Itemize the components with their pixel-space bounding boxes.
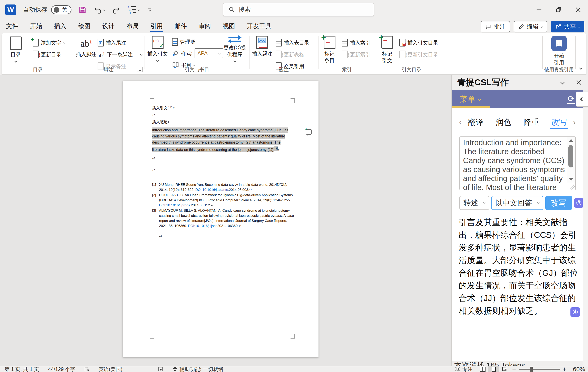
tabs-next-arrow[interactable]: › [573,118,576,127]
panel-tab-bar: ‹ 翻译 润色 降重 改写 › [452,116,583,129]
group-table-of-authorities: + − 标记引文 ▣ 插入引文目录 更新引文目录 引文目录 [377,35,447,74]
read-mode-button[interactable] [477,366,488,372]
insert-table-of-figures-button[interactable]: 插入表目录 [276,38,309,48]
chevron-down-icon[interactable] [138,9,140,11]
quick-access-overflow-button[interactable] [147,7,153,13]
panel-tab-polish[interactable]: 润色 [496,115,511,129]
resize-handle-icon[interactable] [570,185,575,190]
panel-close-icon[interactable] [575,79,582,86]
tabs-prev-arrow[interactable]: ‹ [459,118,462,127]
minimize-button[interactable] [529,0,549,19]
tab-home[interactable]: 开始 [24,19,48,33]
tab-references[interactable]: 引用 [145,19,169,33]
accessibility-indicator[interactable]: 辅助功能: 一切就绪 [168,366,228,372]
document-workspace: 插入引文[1,2]↵ ↵ 插入笔记↵ Introduction and impo… [0,75,451,366]
close-icon [575,6,582,13]
editing-mode-button[interactable]: 编辑 [514,21,547,32]
tab-design[interactable]: 设计 [96,19,120,33]
insert-endnote-button[interactable]: 插入尾注 [98,38,126,48]
page-indicator[interactable]: 第 1 页, 共 1 页 [0,366,43,372]
tab-developer[interactable]: 开发工具 [241,19,277,33]
next-footnote-button[interactable]: ab1 下一条脚注 [98,50,142,59]
spellcheck-indicator[interactable] [80,366,94,372]
chevron-down-icon[interactable] [103,9,105,11]
panel-collapse-chevron-icon[interactable] [560,80,565,84]
mark-citation-icon: + − [381,36,393,49]
add-text-button[interactable]: 添加文字 [33,38,65,48]
close-button[interactable] [568,0,588,19]
multilevel-list-button[interactable]: 1ai [127,5,140,14]
tab-file[interactable]: 文件 [0,19,24,33]
zoom-out-button[interactable]: − [512,365,516,372]
word-count-indicator[interactable]: 44/129 个字 [43,366,80,372]
redo-button[interactable] [112,6,120,14]
web-layout-button[interactable] [499,366,510,372]
document-content[interactable]: 插入引文[1,2]↵ ↵ 插入笔记↵ Introduction and impo… [152,104,295,239]
scroll-down-arrow-icon[interactable] [569,178,573,181]
refresh-icon[interactable]: ⟳ [567,94,575,104]
panel-tab-translate[interactable]: 翻译 [468,115,483,129]
tab-layout[interactable]: 布局 [120,19,145,33]
print-layout-button[interactable] [488,366,499,372]
search-box[interactable]: 搜索 [223,3,374,16]
mark-entry-button[interactable]: + − 标记条目 [320,36,339,64]
footnotes-dialog-launcher-icon[interactable] [137,67,143,72]
zoom-in-button[interactable]: + [562,365,566,372]
style-dropdown[interactable]: APA [195,48,223,58]
macro-record-indicator[interactable] [154,366,168,372]
doi-link[interactable]: DOI:10.1016/j.tplants [195,188,228,192]
scrollbar-thumb[interactable] [568,145,573,167]
change-provider-button[interactable]: 更改(C)提供程序 [222,36,247,62]
word-logo-icon[interactable]: W [5,4,16,15]
document-page[interactable]: 插入引文[1,2]↵ ↵ 插入笔记↵ Introduction and impo… [123,81,318,357]
language-select[interactable]: 以中文回答 [491,196,543,210]
panel-side-collapse-button[interactable] [576,91,588,107]
insert-toa-button[interactable]: ▣ 插入引文目录 [399,38,438,48]
style-label: 样式: [181,50,192,57]
mark-citation-button[interactable]: + − 标记引文 [378,36,397,64]
ribbon-collapse-chevron-icon[interactable] [579,67,582,70]
tab-insert[interactable]: 插入 [48,19,72,33]
restore-button[interactable] [549,0,568,19]
panel-tab-rewrite[interactable]: 改写 [551,115,567,129]
reference-text: ALMAYOUF M, BILLA S, ALQAHTANI A. Candy … [159,208,295,228]
share-button[interactable]: 共享 [551,21,584,32]
language-indicator[interactable]: 英语(美国) [94,366,127,372]
next-footnote-label: 下一条脚注 [107,51,133,58]
tab-view[interactable]: 视图 [217,19,241,33]
panel-tab-dedup[interactable]: 降重 [524,115,539,129]
insert-footnote-button[interactable]: ab1 插入脚注 [76,36,96,58]
rewrite-button[interactable]: 改写 [545,196,572,210]
menu-dropdown[interactable]: 菜单 [460,94,481,104]
doi-link[interactable]: DOI:10.1016/j.procs [159,203,190,207]
update-table-label: 更新表格 [284,51,304,58]
insert-index-button[interactable]: 插入索引 [342,38,370,48]
panel-scrollbar-strip[interactable] [583,108,588,366]
insert-citation-button[interactable]: (−) ✓ 插入引文 [147,36,168,61]
tab-draw[interactable]: 绘图 [72,19,96,33]
focus-mode-button[interactable]: 专注 [451,366,477,372]
doi-link[interactable]: DOI:10.1016/j.ijscr [188,224,216,228]
doc-empty-line: ↵ [152,111,295,119]
manage-sources-button[interactable]: 管理源 [172,37,195,47]
input-scrollbar[interactable] [567,137,575,182]
comments-button[interactable]: 批注 [481,21,510,32]
update-table-button: 更新表格 [276,50,304,59]
insert-caption-button[interactable]: 插入题注 [252,36,272,57]
rewrite-input-text[interactable]: Introduction and importance: The literat… [463,138,565,190]
start-citing-button[interactable]: 开始引用 [549,36,569,66]
mode-select[interactable]: 转述 [459,196,489,210]
tab-mailings[interactable]: 邮件 [169,19,193,33]
update-toc-button[interactable]: 更新目录 [33,50,61,59]
comment-indicator-icon[interactable] [306,129,312,135]
undo-button[interactable] [94,6,105,14]
zoom-level[interactable]: 60% [568,366,588,372]
rewrite-input-box[interactable]: Introduction and importance: The literat… [459,136,576,190]
autosave-toggle[interactable]: 关 [51,5,72,14]
save-button[interactable] [78,6,87,14]
scroll-up-arrow-icon[interactable] [569,139,573,142]
tab-review[interactable]: 审阅 [193,19,217,33]
zoom-thumb[interactable] [530,367,533,372]
zoom-track[interactable] [519,369,560,370]
toc-button[interactable]: 目录 [10,37,22,62]
